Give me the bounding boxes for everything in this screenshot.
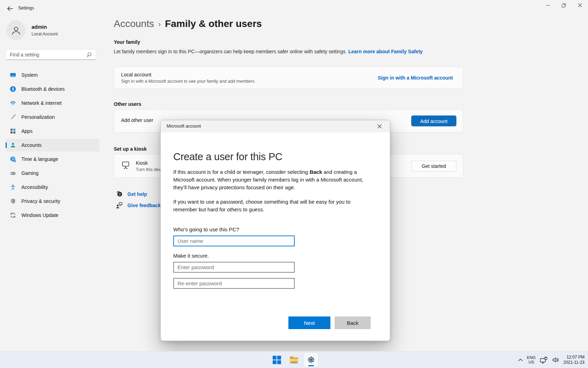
username-input[interactable]	[173, 236, 295, 246]
close-window-button[interactable]	[572, 0, 588, 11]
family-safety-link[interactable]: Learn more about Family Safety	[348, 49, 422, 54]
file-explorer-button[interactable]	[287, 353, 301, 367]
sidebar-item-system[interactable]: System	[6, 69, 99, 81]
your-family-heading: Your family	[114, 39, 140, 45]
get-started-button[interactable]: Get started	[411, 161, 456, 171]
avatar[interactable]	[6, 21, 26, 40]
speaker-icon	[552, 357, 559, 363]
bluetooth-icon	[10, 86, 16, 92]
get-help-link[interactable]: ? Get help	[115, 190, 147, 198]
dialog-paragraph-2: If you want to use a password, choose so…	[173, 198, 368, 213]
sidebar-item-windows-update[interactable]: Windows Update	[6, 209, 99, 222]
local-account-info: Local account Sign in with a Microsoft a…	[121, 72, 254, 84]
page-title: Family & other users	[165, 18, 262, 29]
dialog-buttons: Next Back	[288, 316, 371, 329]
language-indicator[interactable]: ENGUS	[527, 355, 536, 364]
sidebar-item-time-language[interactable]: Time & language	[6, 153, 99, 165]
accessibility-icon	[10, 184, 16, 190]
kiosk-info: Kiosk Turn this devic	[136, 160, 164, 172]
system-tray: ENGUS 12:07 PM2021-11-23	[518, 352, 584, 368]
sidebar-item-label: Accounts	[21, 142, 42, 148]
sidebar-item-label: Network & internet	[21, 100, 62, 106]
dialog-close-button[interactable]	[377, 123, 382, 129]
network-icon	[10, 100, 16, 106]
search-box[interactable]	[6, 49, 96, 60]
kiosk-heading: Set up a kiosk	[114, 146, 147, 152]
window-controls	[540, 0, 588, 11]
get-help-label: Get help	[127, 191, 147, 197]
sidebar-item-gaming[interactable]: Gaming	[6, 167, 99, 179]
sidebar-item-label: Personalization	[21, 114, 55, 120]
microsoft-account-dialog: Microsoft account Create a user for this…	[160, 120, 390, 341]
reenter-password-input[interactable]	[173, 278, 295, 289]
local-account-card: Local account Sign in with a Microsoft a…	[114, 67, 463, 89]
search-input[interactable]	[10, 52, 86, 57]
kiosk-subtitle: Turn this devic	[136, 167, 164, 172]
start-button[interactable]	[270, 353, 284, 367]
sidebar-item-bluetooth-devices[interactable]: Bluetooth & devices	[6, 83, 99, 95]
gear-icon	[307, 356, 315, 364]
sidebar-item-personalization[interactable]: Personalization	[6, 111, 99, 123]
give-feedback-link[interactable]: Give feedback	[115, 202, 161, 209]
sidebar-item-label: Gaming	[21, 170, 38, 176]
network-tray-button[interactable]	[540, 357, 548, 363]
sidebar-item-network-internet[interactable]: Network & internet	[6, 97, 99, 109]
region-code: US	[528, 360, 534, 364]
sidebar-item-label: Time & language	[21, 156, 58, 162]
time-language-icon	[10, 156, 16, 162]
svg-text:?: ?	[119, 192, 121, 196]
dialog-paragraph-1: If this account is for a child or teenag…	[173, 168, 368, 191]
family-description-text: Let family members sign in to this PC—or…	[114, 49, 345, 54]
sign-in-microsoft-link[interactable]: Sign in with a Microsoft account	[378, 75, 453, 81]
windows-start-icon	[272, 355, 281, 364]
search-icon	[86, 52, 92, 58]
local-account-title: Local account	[121, 72, 254, 77]
clock[interactable]: 12:07 PM2021-11-23	[564, 355, 585, 365]
window-title: Settings	[18, 6, 34, 11]
back-button-dialog[interactable]: Back	[335, 316, 371, 329]
close-icon	[377, 124, 382, 129]
apps-icon	[10, 128, 16, 134]
password-input[interactable]	[173, 262, 295, 273]
taskbar: ENGUS 12:07 PM2021-11-23	[0, 351, 588, 368]
volume-tray-button[interactable]	[552, 357, 559, 363]
breadcrumb: Accounts › Family & other users	[114, 18, 262, 29]
minimize-button[interactable]	[540, 0, 556, 11]
restore-button[interactable]	[556, 0, 572, 11]
sidebar-item-label: Accessibility	[21, 184, 48, 190]
add-other-user-label-wrap: Add other user	[121, 117, 153, 124]
gaming-icon	[10, 170, 16, 176]
settings-taskbar-button[interactable]	[304, 353, 318, 367]
kiosk-icon	[121, 161, 130, 171]
taskbar-center	[270, 352, 318, 368]
dialog-heading: Create a user for this PC	[173, 151, 371, 163]
add-account-button[interactable]: Add account	[411, 116, 456, 127]
next-button[interactable]: Next	[288, 316, 330, 329]
kiosk-title: Kiosk	[136, 160, 164, 166]
tray-expand-button[interactable]	[518, 359, 523, 361]
minimize-icon	[546, 4, 550, 7]
date-text: 2021-11-23	[564, 360, 585, 365]
breadcrumb-accounts[interactable]: Accounts	[114, 18, 154, 29]
paragraph-bold-back: Back	[309, 169, 322, 175]
system-icon	[10, 72, 16, 78]
sidebar-item-accounts[interactable]: Accounts	[6, 139, 99, 151]
give-feedback-label: Give feedback	[127, 203, 161, 208]
back-button[interactable]	[5, 4, 15, 13]
other-users-heading: Other users	[114, 101, 141, 107]
back-arrow-icon	[7, 6, 13, 11]
chevron-up-icon	[518, 359, 523, 361]
sidebar-item-privacy-security[interactable]: Privacy & security	[6, 195, 99, 207]
family-description: Let family members sign in to this PC—or…	[114, 49, 423, 54]
sidebar-item-accessibility[interactable]: Accessibility	[6, 181, 99, 193]
sidebar-item-apps[interactable]: Apps	[6, 125, 99, 137]
who-label: Who’s going to use this PC?	[173, 226, 371, 232]
local-account-subtitle: Sign in with a Microsoft account to see …	[121, 79, 254, 84]
sidebar-item-label: Apps	[21, 128, 33, 134]
paragraph-text: If this account is for a child or teenag…	[173, 169, 309, 175]
time-text: 12:07 PM	[567, 355, 584, 360]
chevron-right-icon: ›	[158, 20, 161, 28]
sidebar-item-label: Bluetooth & devices	[21, 86, 65, 92]
dialog-body: Create a user for this PC If this accoun…	[161, 151, 390, 289]
folder-icon	[289, 356, 299, 364]
